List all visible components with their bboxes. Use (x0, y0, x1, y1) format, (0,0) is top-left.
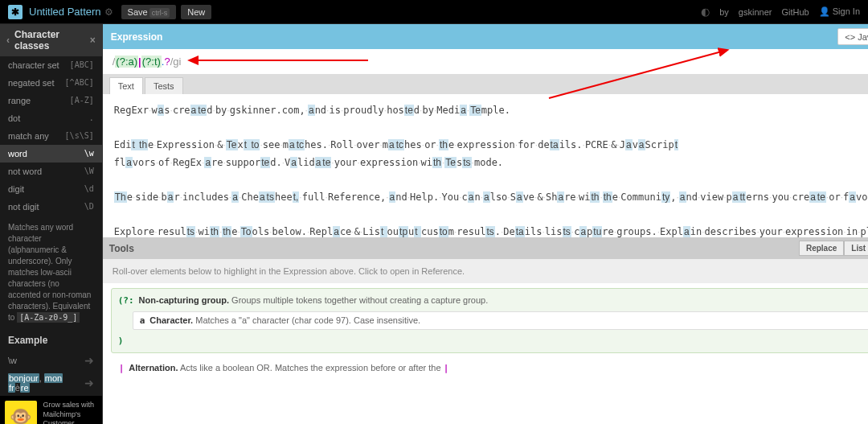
back-icon[interactable]: ‹ (6, 35, 10, 46)
topbar: ✱ Untitled Pattern ⚙ Savectrl-s New ◐ by… (0, 0, 868, 24)
explain-panel: (?:Non-capturing group. Groups multiple … (103, 283, 868, 380)
by-label: by (719, 7, 729, 17)
tab-text[interactable]: Text (109, 77, 143, 94)
sidebar-item-not-word[interactable]: not word\W (0, 163, 102, 180)
sidebar-header: ‹ Character classes × (0, 24, 102, 56)
expression-input[interactable]: /(?:a)|(?:t).?/gi (103, 49, 868, 75)
new-button[interactable]: New (181, 5, 211, 19)
close-icon[interactable]: × (90, 35, 96, 46)
load-text-icon[interactable]: ➜ (84, 377, 94, 389)
example-regex: \w ➜ (0, 351, 102, 370)
expression-header: Expression <> JavaScript ▾ ⚑ Flags ▾ (103, 24, 868, 49)
tools-header: Tools Replace List Details Explain × (103, 237, 868, 259)
tool-replace[interactable]: Replace (799, 241, 844, 256)
sidebar: ‹ Character classes × character set[ABC]… (0, 24, 103, 424)
sidebar-description: Matches any word character (alphanumeric… (0, 216, 102, 330)
sidebar-item-digit[interactable]: digit\d (0, 180, 102, 198)
sidebar-item-range[interactable]: range[A-Z] (0, 92, 102, 109)
tools-hint: Roll-over elements below to highlight in… (103, 259, 868, 283)
sidebar-item-negated-set[interactable]: negated set[^ABC] (0, 74, 102, 92)
save-button[interactable]: Savectrl-s (121, 5, 177, 19)
sidebar-item-character-set[interactable]: character set[ABC] (0, 56, 102, 74)
pattern-title[interactable]: Untitled Pattern (29, 6, 101, 18)
text-area[interactable]: RegExr·was·created·by·gskinner.com,·and·… (103, 94, 868, 237)
example-heading: Example (0, 330, 102, 351)
signin-link[interactable]: 👤 Sign In (819, 6, 860, 17)
ad-text: Grow sales with Mailchimp's Customer Jou… (43, 401, 97, 424)
language-dropdown[interactable]: <> JavaScript ▾ (837, 28, 868, 45)
tool-list[interactable]: List (844, 241, 868, 256)
load-example-icon[interactable]: ➜ (84, 354, 94, 367)
theme-toggle-icon[interactable]: ◐ (701, 6, 710, 18)
tab-tests[interactable]: Tests (145, 77, 183, 94)
sidebar-item-match-any[interactable]: match any[\s\S] (0, 127, 102, 145)
github-link[interactable]: GitHub (781, 7, 809, 17)
logo-icon: ✱ (8, 5, 23, 19)
text-tabs: TextTests (103, 75, 868, 94)
author-link[interactable]: gskinner (739, 7, 772, 17)
ad-block[interactable]: 🐵mailchimp Grow sales with Mailchimp's C… (0, 396, 102, 424)
example-text: bonjour, mon frère ➜ (0, 370, 102, 396)
explain-group-1[interactable]: (?:Non-capturing group. Groups multiple … (111, 288, 868, 353)
ad-image: 🐵mailchimp (5, 401, 37, 424)
content: Expression <> JavaScript ▾ ⚑ Flags ▾ /(?… (103, 24, 868, 424)
sidebar-item-word[interactable]: word\w (0, 145, 102, 163)
gear-icon[interactable]: ⚙ (104, 6, 113, 18)
sidebar-item-not-digit[interactable]: not digit\D (0, 198, 102, 216)
sidebar-item-dot[interactable]: dot. (0, 109, 102, 127)
sidebar-list: character set[ABC]negated set[^ABC]range… (0, 56, 102, 216)
explain-alternation[interactable]: |Alternation. Acts like a boolean OR. Ma… (111, 358, 868, 378)
